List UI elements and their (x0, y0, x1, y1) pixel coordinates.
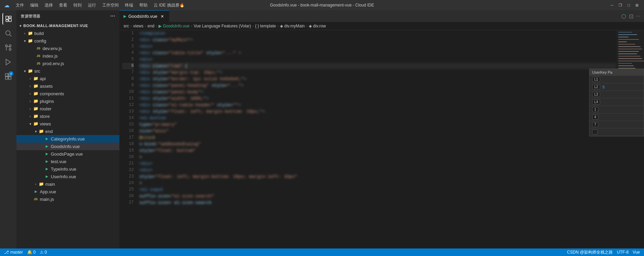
editor-actions: ⬡ ⊡ ··· (618, 10, 644, 22)
tree-item-components[interactable]: › 📁 components (16, 90, 119, 97)
sidebar-title: 资源管理器 (21, 14, 40, 19)
tree-item-user-info[interactable]: › ▶ UserInfo.vue (16, 173, 119, 180)
menu-goto[interactable]: 转到 (71, 2, 84, 9)
tree-item-config[interactable]: ▾ 📁 config (16, 37, 119, 45)
code-line-12: <div class="el-table-header" style=""> (139, 102, 617, 108)
more-actions-icon[interactable]: ··· (636, 13, 641, 19)
tab-goods-info[interactable]: ▶ GoodsInfo.vue ✕ (119, 10, 169, 22)
views-arrow: ▾ (27, 121, 33, 126)
tree-item-main[interactable]: › 📁 main (16, 180, 119, 188)
folder-icon: 📁 (27, 31, 33, 36)
tree-item-index[interactable]: › JS index.js (16, 52, 119, 60)
menu-edit[interactable]: 编辑 (27, 2, 41, 9)
tree-item-test[interactable]: › ▶ test.vue (16, 158, 119, 165)
tree-item-type-info[interactable]: › ▶ TypeInfo.vue (16, 165, 119, 173)
code-line-14: <el-button (139, 115, 617, 121)
tree-item-router[interactable]: › 📁 router (16, 105, 119, 112)
folder-icon: 📁 (33, 98, 38, 104)
panel-item-4: 4 (589, 113, 644, 121)
split-editor-icon[interactable]: ⊡ (629, 13, 633, 20)
tree-item-store[interactable]: › 📁 store (16, 112, 119, 120)
window-maximize[interactable]: □ (625, 2, 632, 8)
window-split[interactable]: ❐ (617, 2, 624, 8)
tab-close-button[interactable]: ✕ (160, 14, 165, 19)
status-encoding[interactable]: UTF-8 (617, 250, 629, 255)
tree-item-plugins[interactable]: › 📁 plugins (16, 97, 119, 105)
tree-item-goods-page[interactable]: › ▶ GoodsPage.vue (16, 150, 119, 158)
menu-file[interactable]: 文件 (13, 2, 27, 9)
svg-rect-2 (9, 19, 11, 22)
root-arrow: ▾ (18, 23, 23, 28)
tree-item-build[interactable]: › 📁 build (16, 29, 119, 37)
breadcrumb-template[interactable]: { } template (255, 24, 276, 28)
folder-icon: 📁 (27, 38, 33, 44)
breadcrumb-src[interactable]: src (124, 24, 129, 28)
window-grid[interactable]: ⊞ (633, 2, 641, 8)
tree-item-views[interactable]: ▾ 📁 views (16, 120, 119, 127)
code-line-19: style="float: bottom" (139, 147, 617, 154)
sidebar: 资源管理器 ··· ▾ BOOK-MALL-MANAGEMENT-VUE › 📁… (16, 10, 119, 248)
svg-rect-38 (617, 30, 644, 75)
titlebar: ☁ 文件 编辑 选择 查看 转到 运行 工作空间 终端 帮助 云 IDE 挑战赛… (0, 0, 644, 10)
breadcrumb-volar[interactable]: Vue Language Features (Volar) (194, 24, 251, 28)
tree-item-app-vue[interactable]: › ▶ App.vue (16, 188, 119, 195)
userkey-panel: UserKey Pa L1 L2 S L3 L4 1 4 7 . (589, 69, 644, 136)
sidebar-more-icon[interactable]: ··· (110, 13, 115, 19)
code-line-8: <div style="border: 1px solid #e6e6e6;"> (139, 76, 617, 82)
tree-item-api[interactable]: › 📁 api (16, 75, 119, 82)
menu-view[interactable]: 查看 (56, 2, 70, 9)
status-language[interactable]: Vue (633, 250, 640, 255)
menu-select[interactable]: 选择 (42, 2, 56, 9)
status-errors[interactable]: 🔔 0 (27, 250, 36, 255)
menu-help[interactable]: 帮助 (137, 2, 150, 9)
status-branch[interactable]: ⎇ master (4, 250, 23, 255)
tree-item-assets[interactable]: › 📁 assets (16, 82, 119, 90)
code-line-26: suffix-icon="el-icon-search" (139, 193, 617, 199)
tree-item-end[interactable]: ▾ 📁 end (16, 127, 119, 135)
activity-extensions[interactable]: 4 (2, 71, 14, 82)
menu-terminal[interactable]: 终端 (122, 2, 136, 9)
extensions-badge: 4 (9, 71, 13, 76)
code-line-1: <template> (139, 30, 617, 37)
js-icon: JS (36, 46, 41, 51)
config-arrow: ▾ (22, 38, 27, 44)
breadcrumb-div-row[interactable]: ◈ div.row (309, 24, 326, 28)
activity-search[interactable] (2, 27, 14, 39)
svg-rect-16 (9, 77, 11, 79)
js-icon: JS (36, 53, 41, 59)
api-arrow: › (27, 76, 33, 81)
menu-workspace[interactable]: 工作空间 (99, 2, 121, 9)
menu-cloud-ide[interactable]: 云 IDE 挑战赛🔥 (151, 2, 187, 9)
tree-item-dev-env[interactable]: › JS dev.env.js (16, 45, 119, 52)
tree-item-src[interactable]: ▾ 📁 src (16, 67, 119, 75)
code-line-5: <div> (139, 56, 617, 63)
breadcrumb: src › views › end › ▶ GoodsInfo.vue › Vu… (119, 22, 644, 30)
menu-run[interactable]: 运行 (85, 2, 99, 9)
panel-item-7: 7 (589, 121, 644, 129)
code-line-27: suffix-icon= el-icon-search (139, 199, 617, 206)
end-arrow: ▾ (33, 129, 38, 134)
tree-item-main-js[interactable]: › JS main.js (16, 195, 119, 203)
breadcrumb-file[interactable]: ▶ GoodsInfo.vue (159, 24, 189, 28)
activity-bar: 4 (0, 10, 16, 248)
svg-rect-3 (6, 20, 8, 22)
status-bar: ⎇ master 🔔 0 ⚠ 0 CSDN @架构师全栈之路 UTF-8 Vue (0, 248, 644, 256)
activity-source-control[interactable] (2, 42, 14, 53)
tree-root[interactable]: ▾ BOOK-MALL-MANAGEMENT-VUE (16, 22, 119, 29)
breadcrumb-end[interactable]: end (148, 24, 154, 28)
tree-item-category-info[interactable]: › ▶ CategoryInfo.vue (16, 135, 119, 143)
tree-item-goods-info[interactable]: › ▶ GoodsInfo.vue (16, 143, 119, 150)
breadcrumb-div-mymain[interactable]: ◈ div.myMain (280, 24, 305, 28)
code-line-25: <el-input (139, 186, 617, 193)
code-content[interactable]: <template> <div class="myMain"> <div> <d… (137, 30, 617, 248)
status-warnings[interactable]: ⚠ 0 (40, 250, 47, 255)
code-line-6: <div class="row" { (139, 63, 617, 69)
window-minimize[interactable]: ─ (609, 2, 616, 8)
tab-vue-icon: ▶ (124, 14, 126, 18)
activity-explorer[interactable] (2, 13, 14, 25)
activity-run-debug[interactable] (2, 56, 14, 68)
store-arrow: › (27, 113, 33, 119)
tree-item-prod-env[interactable]: › JS prod.env.js (16, 60, 119, 67)
status-bar-right: CSDN @架构师全栈之路 UTF-8 Vue (567, 249, 640, 255)
breadcrumb-views[interactable]: views (133, 24, 143, 28)
